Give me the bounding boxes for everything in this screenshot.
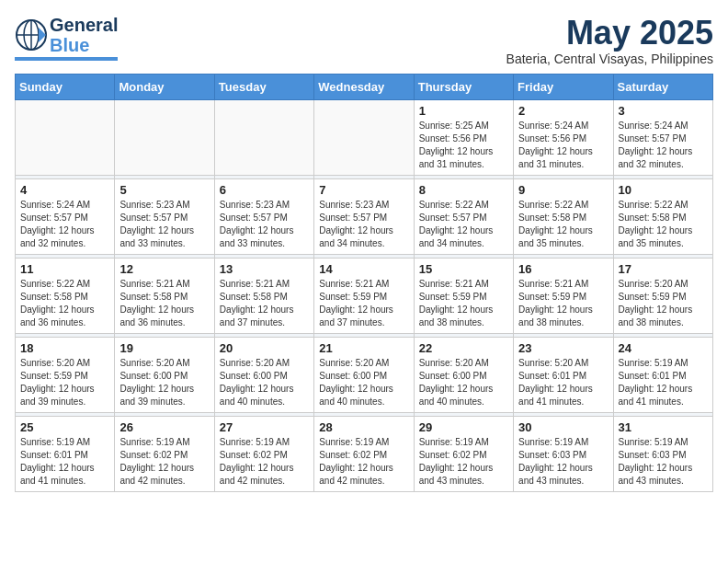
day-number: 1 <box>419 104 508 118</box>
day-info: Sunrise: 5:19 AM Sunset: 6:02 PM Dayligh… <box>419 436 508 488</box>
page-header: GeneralBlue May 2025 Bateria, Central Vi… <box>15 15 713 66</box>
logo-text: GeneralBlue <box>50 15 118 55</box>
calendar-cell: 6Sunrise: 5:23 AM Sunset: 5:57 PM Daylig… <box>214 178 313 254</box>
day-number: 16 <box>518 262 608 276</box>
calendar-cell: 20Sunrise: 5:20 AM Sunset: 6:00 PM Dayli… <box>214 337 313 412</box>
logo-icon <box>15 18 48 52</box>
day-info: Sunrise: 5:22 AM Sunset: 5:58 PM Dayligh… <box>619 199 708 250</box>
day-info: Sunrise: 5:24 AM Sunset: 5:57 PM Dayligh… <box>619 120 708 171</box>
calendar-cell: 18Sunrise: 5:20 AM Sunset: 5:59 PM Dayli… <box>16 337 115 412</box>
day-info: Sunrise: 5:20 AM Sunset: 6:00 PM Dayligh… <box>319 357 408 408</box>
calendar-cell: 26Sunrise: 5:19 AM Sunset: 6:02 PM Dayli… <box>115 416 214 491</box>
logo: GeneralBlue <box>15 15 118 61</box>
day-number: 13 <box>220 262 309 276</box>
calendar-cell: 9Sunrise: 5:22 AM Sunset: 5:58 PM Daylig… <box>514 178 613 254</box>
day-number: 17 <box>619 262 708 276</box>
day-number: 30 <box>518 420 608 434</box>
calendar-cell: 11Sunrise: 5:22 AM Sunset: 5:58 PM Dayli… <box>16 258 115 333</box>
calendar-cell <box>115 99 214 175</box>
calendar-subtitle: Bateria, Central Visayas, Philippines <box>506 52 713 66</box>
day-info: Sunrise: 5:19 AM Sunset: 6:02 PM Dayligh… <box>220 436 309 488</box>
calendar-cell: 15Sunrise: 5:21 AM Sunset: 5:59 PM Dayli… <box>414 258 513 333</box>
calendar-cell: 24Sunrise: 5:19 AM Sunset: 6:01 PM Dayli… <box>613 337 712 412</box>
day-info: Sunrise: 5:19 AM Sunset: 6:01 PM Dayligh… <box>20 436 109 488</box>
week-row-2: 4Sunrise: 5:24 AM Sunset: 5:57 PM Daylig… <box>16 178 713 254</box>
col-friday: Friday <box>514 74 613 99</box>
day-number: 10 <box>619 183 708 197</box>
calendar-cell: 13Sunrise: 5:21 AM Sunset: 5:58 PM Dayli… <box>214 258 313 333</box>
day-info: Sunrise: 5:20 AM Sunset: 6:01 PM Dayligh… <box>518 357 608 408</box>
day-info: Sunrise: 5:23 AM Sunset: 5:57 PM Dayligh… <box>119 199 209 250</box>
col-wednesday: Wednesday <box>314 74 414 99</box>
day-info: Sunrise: 5:22 AM Sunset: 5:57 PM Dayligh… <box>419 199 508 250</box>
calendar-cell: 30Sunrise: 5:19 AM Sunset: 6:03 PM Dayli… <box>514 416 613 491</box>
col-saturday: Saturday <box>613 74 712 99</box>
day-info: Sunrise: 5:23 AM Sunset: 5:57 PM Dayligh… <box>319 199 408 250</box>
calendar-cell: 19Sunrise: 5:20 AM Sunset: 6:00 PM Dayli… <box>115 337 214 412</box>
calendar-cell: 14Sunrise: 5:21 AM Sunset: 5:59 PM Dayli… <box>314 258 414 333</box>
day-number: 3 <box>619 104 708 118</box>
calendar-cell <box>314 99 414 175</box>
day-info: Sunrise: 5:20 AM Sunset: 6:00 PM Dayligh… <box>220 357 309 408</box>
day-info: Sunrise: 5:21 AM Sunset: 5:59 PM Dayligh… <box>319 278 408 329</box>
calendar-table: Sunday Monday Tuesday Wednesday Thursday… <box>15 74 713 492</box>
day-info: Sunrise: 5:21 AM Sunset: 5:59 PM Dayligh… <box>518 278 608 329</box>
day-info: Sunrise: 5:21 AM Sunset: 5:58 PM Dayligh… <box>119 278 209 329</box>
day-number: 9 <box>518 183 608 197</box>
day-number: 7 <box>319 183 408 197</box>
day-number: 6 <box>220 183 309 197</box>
day-info: Sunrise: 5:20 AM Sunset: 5:59 PM Dayligh… <box>20 357 109 408</box>
day-number: 20 <box>220 341 309 355</box>
calendar-title: May 2025 <box>506 15 713 52</box>
col-sunday: Sunday <box>16 74 115 99</box>
calendar-cell: 5Sunrise: 5:23 AM Sunset: 5:57 PM Daylig… <box>115 178 214 254</box>
day-info: Sunrise: 5:21 AM Sunset: 5:59 PM Dayligh… <box>419 278 508 329</box>
day-number: 27 <box>220 420 309 434</box>
title-block: May 2025 Bateria, Central Visayas, Phili… <box>506 15 713 66</box>
day-number: 2 <box>518 104 608 118</box>
day-info: Sunrise: 5:20 AM Sunset: 5:59 PM Dayligh… <box>619 278 708 329</box>
calendar-cell: 21Sunrise: 5:20 AM Sunset: 6:00 PM Dayli… <box>314 337 414 412</box>
calendar-cell: 2Sunrise: 5:24 AM Sunset: 5:56 PM Daylig… <box>514 99 613 175</box>
calendar-cell: 25Sunrise: 5:19 AM Sunset: 6:01 PM Dayli… <box>16 416 115 491</box>
day-number: 19 <box>119 341 209 355</box>
calendar-cell: 10Sunrise: 5:22 AM Sunset: 5:58 PM Dayli… <box>613 178 712 254</box>
day-number: 4 <box>20 183 109 197</box>
day-number: 23 <box>518 341 608 355</box>
col-thursday: Thursday <box>414 74 513 99</box>
day-number: 15 <box>419 262 508 276</box>
day-number: 18 <box>20 341 109 355</box>
day-info: Sunrise: 5:25 AM Sunset: 5:56 PM Dayligh… <box>419 120 508 171</box>
day-info: Sunrise: 5:22 AM Sunset: 5:58 PM Dayligh… <box>20 278 109 329</box>
week-row-3: 11Sunrise: 5:22 AM Sunset: 5:58 PM Dayli… <box>16 258 713 333</box>
day-number: 29 <box>419 420 508 434</box>
calendar-cell: 17Sunrise: 5:20 AM Sunset: 5:59 PM Dayli… <box>613 258 712 333</box>
day-info: Sunrise: 5:19 AM Sunset: 6:03 PM Dayligh… <box>518 436 608 488</box>
week-row-5: 25Sunrise: 5:19 AM Sunset: 6:01 PM Dayli… <box>16 416 713 491</box>
calendar-body: 1Sunrise: 5:25 AM Sunset: 5:56 PM Daylig… <box>16 99 713 491</box>
day-number: 21 <box>319 341 408 355</box>
day-info: Sunrise: 5:24 AM Sunset: 5:57 PM Dayligh… <box>20 199 109 250</box>
calendar-cell: 4Sunrise: 5:24 AM Sunset: 5:57 PM Daylig… <box>16 178 115 254</box>
calendar-cell <box>214 99 313 175</box>
calendar-cell: 29Sunrise: 5:19 AM Sunset: 6:02 PM Dayli… <box>414 416 513 491</box>
calendar-cell: 3Sunrise: 5:24 AM Sunset: 5:57 PM Daylig… <box>613 99 712 175</box>
day-number: 25 <box>20 420 109 434</box>
calendar-cell: 7Sunrise: 5:23 AM Sunset: 5:57 PM Daylig… <box>314 178 414 254</box>
day-info: Sunrise: 5:20 AM Sunset: 6:00 PM Dayligh… <box>119 357 209 408</box>
day-number: 26 <box>119 420 209 434</box>
day-number: 12 <box>119 262 209 276</box>
day-number: 31 <box>619 420 708 434</box>
calendar-cell: 31Sunrise: 5:19 AM Sunset: 6:03 PM Dayli… <box>613 416 712 491</box>
calendar-cell: 16Sunrise: 5:21 AM Sunset: 5:59 PM Dayli… <box>514 258 613 333</box>
calendar-header-row: Sunday Monday Tuesday Wednesday Thursday… <box>16 74 713 99</box>
calendar-cell: 12Sunrise: 5:21 AM Sunset: 5:58 PM Dayli… <box>115 258 214 333</box>
day-number: 8 <box>419 183 508 197</box>
col-tuesday: Tuesday <box>214 74 313 99</box>
day-info: Sunrise: 5:21 AM Sunset: 5:58 PM Dayligh… <box>220 278 309 329</box>
calendar-cell: 22Sunrise: 5:20 AM Sunset: 6:00 PM Dayli… <box>414 337 513 412</box>
calendar-cell: 1Sunrise: 5:25 AM Sunset: 5:56 PM Daylig… <box>414 99 513 175</box>
day-number: 5 <box>119 183 209 197</box>
day-info: Sunrise: 5:19 AM Sunset: 6:01 PM Dayligh… <box>619 357 708 408</box>
week-row-1: 1Sunrise: 5:25 AM Sunset: 5:56 PM Daylig… <box>16 99 713 175</box>
